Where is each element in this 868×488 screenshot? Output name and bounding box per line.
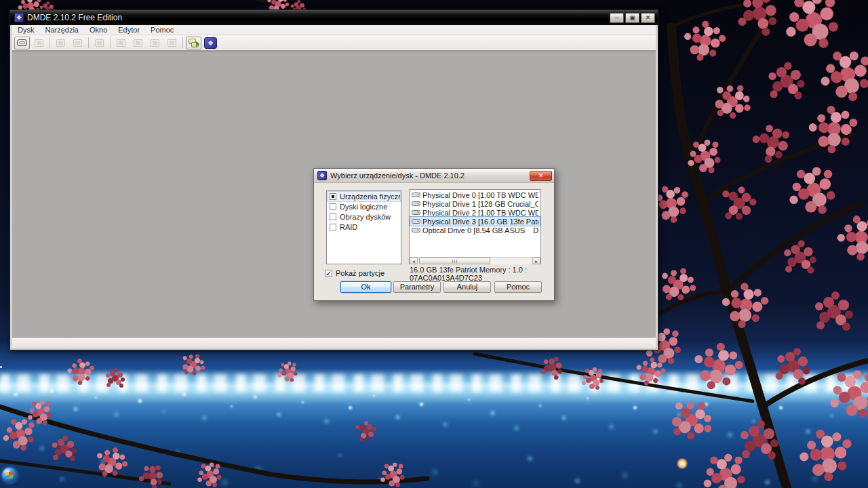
drive-icon (412, 201, 420, 207)
scrollbar-thumb[interactable] (419, 258, 490, 264)
orange-starburst-light (677, 458, 688, 469)
forward-button[interactable] (70, 37, 85, 49)
toolbar: ❖ (12, 35, 656, 51)
select-device-icon (17, 39, 27, 46)
dialog-buttons: Ok Parametry Anuluj Pomoc (314, 281, 554, 293)
drive-row-1[interactable]: Physical Drive 1 [128 GB Crucial_CT128MX… (410, 199, 540, 208)
close-button[interactable]: ✕ (641, 13, 655, 23)
status-bar (12, 338, 656, 348)
drive-label: Physical Drive 2 [1.00 TB WDC WD10EADS-0… (422, 209, 538, 217)
dmde-logo-icon: ❖ (204, 37, 217, 49)
save-icon (95, 39, 104, 47)
toolbar-separator (88, 37, 89, 48)
cancel-button[interactable]: Anuluj (443, 281, 491, 293)
checkbox-logical[interactable] (330, 203, 336, 210)
menu-dysk[interactable]: Dysk (12, 25, 39, 35)
drive-label: Physical Drive 0 [1.00 TB WDC WD10EZRX-0… (422, 191, 538, 199)
dialog-title: Wybierz urządzenie/dysk - DMDE 2.10.2 (330, 171, 530, 180)
menu-edytor[interactable]: Edytor (113, 25, 145, 35)
drive-row-4[interactable]: Optical Drive 0 [8.54 GB ASUS DRW-24F1ST… (410, 226, 540, 235)
panel-partitions-button[interactable] (113, 37, 129, 49)
scrollbar-grip-icon (452, 260, 457, 263)
device-type-raid[interactable]: RAID (328, 222, 400, 232)
device-type-list: Urządzenia fizyczne Dyski logiczne Obraz… (326, 190, 401, 264)
drive-icon (412, 192, 420, 198)
back-icon (56, 39, 65, 47)
drive-icon (412, 209, 420, 216)
horizontal-scrollbar[interactable]: ◂ ▸ (410, 257, 540, 264)
device-type-label: Urządzenia fizyczne (340, 192, 401, 201)
checkbox-images[interactable] (330, 214, 336, 220)
drive-label: Physical Drive 3 [16.0 GB 13fe Patriot M… (422, 218, 538, 226)
device-type-images[interactable]: Obrazy dysków (328, 212, 400, 222)
drive-row-0[interactable]: Physical Drive 0 [1.00 TB WDC WD10EZRX-0… (410, 190, 540, 199)
menu-bar: Dysk Narzędzia Okno Edytor Pomoc (12, 25, 656, 35)
drive-label: Optical Drive 0 [8.54 GB ASUS DRW-24F1ST… (422, 226, 538, 235)
maximize-button[interactable]: ▣ (625, 13, 639, 23)
show-partitions-checkbox[interactable]: ✓ (325, 270, 332, 277)
scrollbar-track[interactable] (418, 258, 532, 264)
selected-drive-info-line1: 16.0 GB 13fe Patriot Memory : 1.0 : (410, 266, 545, 274)
dmde-app-icon: ❖ (14, 13, 24, 22)
checkbox-physical[interactable] (330, 193, 336, 200)
select-device-button[interactable] (14, 37, 30, 49)
parameters-button[interactable]: Parametry (393, 281, 441, 293)
selected-drive-info: 16.0 GB 13fe Patriot Memory : 1.0 : 07AC… (410, 266, 545, 282)
drive-icon (412, 218, 420, 224)
device-type-physical[interactable]: Urządzenia fizyczne (328, 192, 400, 201)
toolbar-separator (50, 37, 50, 48)
ok-button[interactable]: Ok (340, 281, 391, 293)
drive-label: Physical Drive 1 [128 GB Crucial_CT128MX… (422, 200, 538, 208)
open-image-button[interactable] (31, 37, 47, 49)
panel-editor-button[interactable] (147, 37, 163, 49)
checkbox-raid[interactable] (330, 224, 336, 230)
drive-list: Physical Drive 0 [1.00 TB WDC WD10EZRX-0… (409, 189, 541, 264)
copy-disk-button[interactable] (186, 37, 201, 49)
back-button[interactable] (53, 37, 68, 49)
main-titlebar[interactable]: ❖ DMDE 2.10.2 Free Edition ─ ▣ ✕ (10, 10, 658, 25)
scroll-right-arrow[interactable]: ▸ (532, 258, 540, 264)
drive-icon (412, 227, 420, 233)
show-partitions-label: Pokaż partycje (336, 269, 384, 277)
panel-volumes-button[interactable] (130, 37, 146, 49)
panel-search-button[interactable] (164, 37, 180, 49)
minimize-button[interactable]: ─ (610, 13, 624, 23)
device-type-logical[interactable]: Dyski logiczne (328, 202, 400, 211)
city-lights (0, 366, 2, 368)
panel-search-icon (167, 39, 176, 47)
copy-disk-icon (189, 39, 199, 47)
show-partitions-checkbox-row[interactable]: ✓ Pokaż partycje (325, 269, 384, 277)
device-type-label: Obrazy dysków (340, 213, 391, 221)
help-button[interactable]: Pomoc (494, 281, 542, 293)
dmde-logo-button[interactable]: ❖ (203, 37, 218, 49)
windows-flag-icon (5, 471, 13, 479)
save-button[interactable] (92, 37, 107, 49)
dialog-dmde-icon: ❖ (317, 171, 327, 180)
open-image-icon (35, 39, 43, 47)
device-type-label: RAID (340, 223, 357, 231)
toolbar-separator (110, 37, 111, 48)
device-type-label: Dyski logiczne (340, 203, 387, 211)
main-window-title: DMDE 2.10.2 Free Edition (27, 13, 608, 22)
dialog-titlebar[interactable]: ❖ Wybierz urządzenie/dysk - DMDE 2.10.2 … (314, 169, 554, 183)
drive-row-2[interactable]: Physical Drive 2 [1.00 TB WDC WD10EADS-0… (410, 208, 540, 217)
panel-editor-icon (151, 39, 159, 47)
select-device-dialog: ❖ Wybierz urządzenie/dysk - DMDE 2.10.2 … (313, 168, 555, 301)
menu-pomoc[interactable]: Pomoc (145, 25, 179, 35)
panel-partitions-icon (117, 39, 125, 47)
drive-row-3-selected[interactable]: Physical Drive 3 [16.0 GB 13fe Patriot M… (410, 217, 540, 226)
panel-volumes-icon (134, 39, 142, 47)
scroll-left-arrow[interactable]: ◂ (410, 258, 418, 264)
city-horizon-glow (0, 374, 868, 392)
windows-start-orb[interactable] (2, 468, 17, 483)
menu-narzedzia[interactable]: Narzędzia (39, 25, 84, 35)
dialog-close-button[interactable]: ✕ (530, 171, 552, 181)
toolbar-separator (182, 37, 183, 48)
menu-okno[interactable]: Okno (84, 25, 113, 35)
forward-icon (73, 39, 82, 47)
